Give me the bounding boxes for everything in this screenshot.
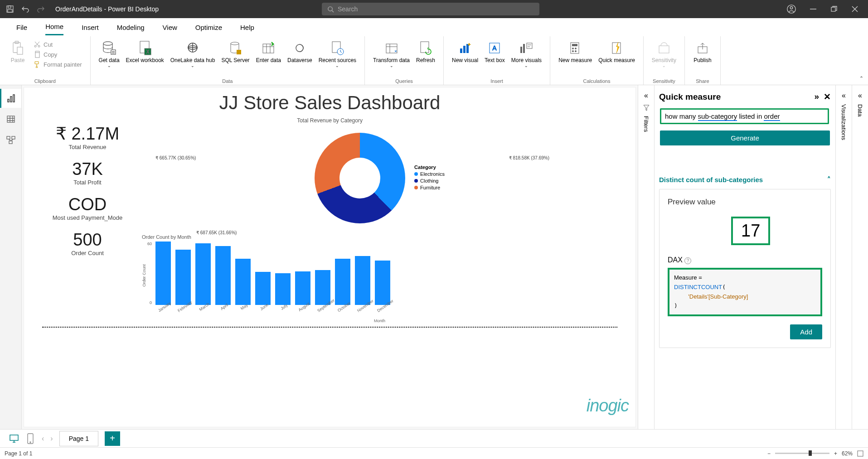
format-painter-button[interactable]: Format painter [31,60,85,69]
left-rail [0,85,22,429]
minimize-button[interactable] [809,5,817,13]
model-view-button[interactable] [0,130,21,150]
account-icon[interactable] [786,4,796,14]
search-placeholder: Search [338,5,358,13]
recent-sources-button[interactable]: Recent sources⌄ [316,38,359,70]
enter-data-button[interactable]: Enter data [253,38,284,65]
menu-modeling[interactable]: Modeling [117,20,145,35]
data-rail[interactable]: «Data [852,85,868,429]
sensitivity-button[interactable]: Sensitivity⌄ [649,38,679,70]
svg-rect-29 [421,42,429,53]
new-measure-button[interactable]: New measure [556,38,595,65]
donut-chart[interactable]: ₹ 665.77K (30.65%) ₹ 818.58K (37.69%) ₹ … [142,124,617,232]
save-icon[interactable] [6,5,14,13]
svg-rect-7 [831,7,835,11]
svg-point-5 [790,7,793,10]
generate-button[interactable]: Generate [660,130,830,145]
svg-rect-1 [8,6,11,8]
close-panel-icon[interactable]: ✕ [824,92,831,102]
copy-button[interactable]: Copy [31,50,85,59]
collapse-ribbon-icon[interactable]: ˆ [860,76,863,83]
text-box-button[interactable]: AText box [482,38,508,65]
kpi-orders-value: 500 [42,230,133,250]
svg-point-56 [30,442,31,443]
menu-help[interactable]: Help [240,20,254,35]
menu-insert[interactable]: Insert [82,20,99,35]
svg-point-16 [103,42,112,45]
expand-data-icon[interactable]: « [858,92,862,100]
fit-page-icon[interactable] [857,450,863,457]
collapse-panel-icon[interactable]: » [814,92,819,102]
svg-point-42 [572,51,574,52]
svg-point-41 [575,48,577,49]
expand-viz-icon[interactable]: « [842,92,846,100]
add-page-button[interactable]: + [105,431,120,446]
svg-rect-55 [28,434,33,444]
dax-code-box[interactable]: Measure = DISTINCTCOUNT( 'Details'[Sub-C… [668,268,822,316]
page-prev-icon[interactable]: ‹ [42,435,44,443]
page-tab-1[interactable]: Page 1 [59,431,98,446]
menu-view[interactable]: View [163,20,177,35]
close-button[interactable] [851,5,859,13]
status-bar: Page 1 of 1 − + 62% [0,447,868,459]
quick-measure-button[interactable]: Quick measure [596,38,638,65]
paste-button[interactable]: Paste [5,38,30,65]
svg-point-14 [38,45,40,47]
filters-label: Filters [643,116,650,132]
zoom-slider[interactable] [775,453,829,454]
svg-rect-44 [612,43,621,53]
refresh-button[interactable]: Refresh [413,38,438,65]
svg-rect-35 [520,47,522,53]
svg-text:A: A [493,44,497,52]
zoom-out-icon[interactable]: − [767,450,771,457]
report-canvas[interactable]: JJ Store Sales Dashboard Total Revenue b… [22,85,638,429]
zoom-in-icon[interactable]: + [834,450,837,457]
more-visuals-button[interactable]: More visuals⌄ [509,38,544,70]
svg-rect-36 [523,44,525,53]
svg-rect-57 [858,451,863,456]
table-view-button[interactable] [0,110,21,129]
excel-workbook-button[interactable]: XExcel workbook [123,38,167,65]
undo-icon[interactable] [22,5,29,13]
transform-data-button[interactable]: Transform data⌄ [370,38,412,70]
search-box[interactable]: Search [322,3,539,15]
report-view-button[interactable] [0,89,21,108]
pie-title: Total Revenue by Category [42,117,617,124]
mobile-layout-icon[interactable] [25,433,35,445]
publish-button[interactable]: Publish [690,38,715,65]
expand-filters-icon[interactable]: « [644,92,648,100]
quick-measure-panel: Quick measure » ✕ how many sub-category … [654,85,835,429]
visualizations-rail[interactable]: «Visualizations [835,85,852,429]
quick-section-header[interactable]: Distinct count of sub-categories ˄ [659,174,831,185]
preview-label: Preview value [668,198,822,207]
redo-icon[interactable] [37,5,44,13]
dashboard-title: JJ Store Sales Dashboard [42,92,617,114]
menu-optimize[interactable]: Optimize [195,20,222,35]
new-visual-button[interactable]: New visual [449,38,481,65]
help-icon[interactable]: ? [684,257,691,264]
svg-rect-45 [659,46,669,53]
cut-button[interactable]: Cut [31,40,85,49]
quick-measure-input[interactable]: how many sub-category listed in order [660,108,829,124]
desktop-layout-icon[interactable] [9,433,19,445]
search-icon [327,6,334,13]
ribbon: Paste Cut Copy Format painter Clipboard … [0,36,868,85]
maximize-button[interactable] [830,5,838,13]
svg-rect-31 [463,46,466,53]
onelake-hub-button[interactable]: OneLake data hub⌄ [168,38,218,70]
svg-rect-32 [466,44,469,53]
svg-rect-2 [8,10,12,12]
bar-chart[interactable]: 600 Order Count [142,242,617,305]
page-next-icon[interactable]: › [50,435,53,443]
svg-point-13 [34,45,36,47]
add-button[interactable]: Add [790,324,822,339]
sql-server-button[interactable]: SQL Server [218,38,252,65]
menu-file[interactable]: File [16,20,27,35]
svg-rect-15 [35,53,39,58]
filters-rail[interactable]: « Filters [638,85,654,429]
svg-point-43 [575,51,577,52]
get-data-button[interactable]: Get data⌄ [96,38,122,70]
menu-home[interactable]: Home [45,19,63,35]
filter-icon [643,104,650,111]
dataverse-button[interactable]: Dataverse [285,38,315,65]
